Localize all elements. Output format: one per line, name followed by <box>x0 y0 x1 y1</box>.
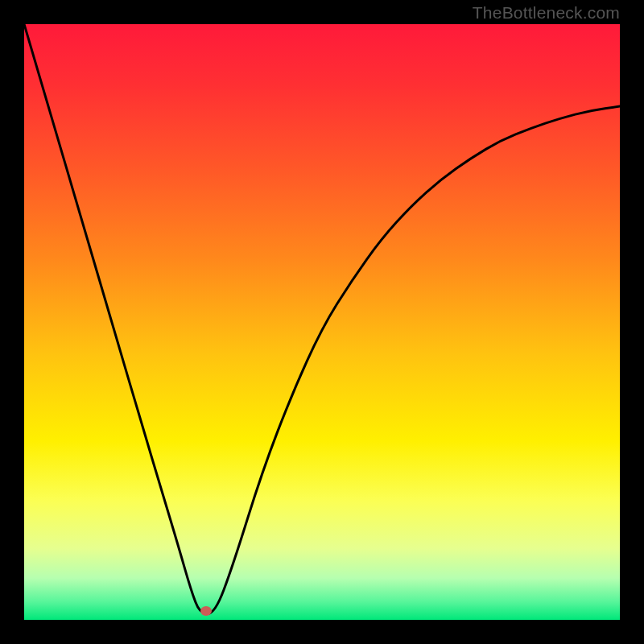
chart-frame: TheBottleneck.com <box>0 0 644 644</box>
watermark-text: TheBottleneck.com <box>473 3 620 23</box>
bottleneck-curve <box>24 24 620 620</box>
plot-area <box>24 24 620 620</box>
optimal-point-marker <box>200 606 212 616</box>
